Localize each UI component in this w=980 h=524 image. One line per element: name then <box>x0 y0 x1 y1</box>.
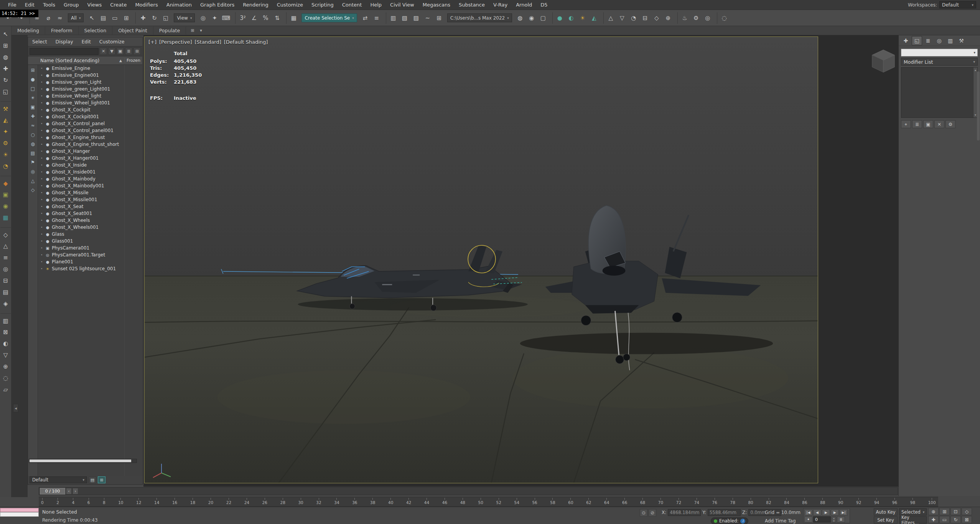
selection-region-icon[interactable]: ▭ <box>109 12 120 24</box>
render-iterative-icon[interactable]: ⚙ <box>690 12 702 24</box>
ribbon-tab[interactable]: Object Paint <box>112 26 153 35</box>
display-particles-icon[interactable]: △ <box>28 176 38 185</box>
menu-item[interactable]: Group <box>59 2 83 8</box>
use-pivot-center-icon[interactable]: ◎ <box>197 12 209 24</box>
window-crossing-icon[interactable]: ⊞ <box>120 12 132 24</box>
exposure-control-icon[interactable]: ◔ <box>628 12 639 24</box>
remove-modifier-icon[interactable]: ✕ <box>934 120 944 128</box>
frozen-column-header[interactable]: Frozen <box>125 58 142 63</box>
scene-object-row[interactable]: • ● Ghost_X_Seat001 <box>38 210 142 217</box>
edit-named-sets-icon[interactable]: ▦ <box>286 12 299 24</box>
ribbon-config-icon[interactable]: ⊞ <box>189 27 196 34</box>
modifier-list-dropdown[interactable]: Modifier List ▾ <box>901 58 978 66</box>
previous-frame-button[interactable]: ◀ <box>813 509 821 516</box>
menu-item[interactable]: Tools <box>39 2 59 8</box>
menu-item[interactable]: Help <box>366 2 386 8</box>
viewport-shading-menu[interactable]: [Default Shading] <box>224 39 268 45</box>
menu-item[interactable]: Create <box>106 2 131 8</box>
auto-key-button[interactable]: Auto Key <box>874 508 898 516</box>
menu-item[interactable]: Content <box>338 2 366 8</box>
sphere-tool-icon[interactable]: ◍ <box>0 51 11 63</box>
view-cube[interactable] <box>868 47 898 77</box>
menu-item[interactable]: Views <box>83 2 106 8</box>
scene-object-row[interactable]: • ☀ Sunset 025 lightsource_001 <box>38 265 142 272</box>
lock-explorer-icon[interactable]: ▣ <box>117 48 124 55</box>
menu-item[interactable]: Arnold <box>512 2 536 8</box>
explorer-preset-dropdown[interactable]: Default ▾ <box>30 476 87 483</box>
scene-object-row[interactable]: • ● Ghost_X_Hanger001 <box>38 155 142 162</box>
pin-stack-icon[interactable]: ⌖ <box>901 120 911 128</box>
info-icon[interactable]: i <box>740 519 745 524</box>
toggle-scene-explorer-icon[interactable]: ▥ <box>386 12 399 24</box>
rendered-frame-icon[interactable]: ▢ <box>537 12 549 24</box>
workspace-dropdown[interactable]: Default ▾ <box>939 1 976 8</box>
scene-object-row[interactable]: • ● Emissive_Wheel_light <box>38 93 142 99</box>
previous-frame-arrow[interactable]: ‹ <box>66 488 72 494</box>
display-all-icon[interactable]: ⊞ <box>28 66 38 75</box>
box-tool-icon[interactable]: ▣ <box>0 189 11 200</box>
project-folder-field[interactable]: C:\Users\b...s Max 2022 ▾ <box>447 13 512 22</box>
clock-tool-icon[interactable]: ◔ <box>0 160 11 172</box>
spinner-snap-icon[interactable]: ⇅ <box>271 12 283 24</box>
scene-object-row[interactable]: • ● Ghost_X_Seat <box>38 203 142 210</box>
maxscript-listener-macro-line[interactable] <box>0 508 39 512</box>
select-and-scale-icon[interactable]: ◱ <box>160 12 171 24</box>
menu-item[interactable]: Scripting <box>307 2 338 8</box>
parallelogram-tool-icon[interactable]: ▱ <box>0 384 11 395</box>
keyboard-override-icon[interactable]: ⌨ <box>220 12 232 24</box>
display-frozen-icon[interactable]: ◇ <box>28 185 38 195</box>
vray-sphere-icon[interactable]: ● <box>552 12 565 24</box>
horizontal-scrollbar[interactable] <box>29 459 137 463</box>
timeline-ruler[interactable]: 0 2 4 6 8 10 <box>39 497 938 507</box>
select-and-rotate-icon[interactable]: ↻ <box>148 12 160 24</box>
prism-tool-icon[interactable]: ◭ <box>0 114 11 126</box>
menu-item[interactable]: Megascans <box>418 2 455 8</box>
menu-item[interactable]: Rendering <box>239 2 272 8</box>
scene-object-row[interactable]: • ▣ PhysCamera001 <box>38 245 142 251</box>
viewport-renderer-menu[interactable]: [Standard] <box>194 39 221 45</box>
configure-modifier-sets-icon[interactable]: ⚙ <box>945 120 955 128</box>
vray-dome-icon[interactable]: ◐ <box>565 12 577 24</box>
circle-tool-icon[interactable]: ◎ <box>0 263 11 275</box>
gear-tool-icon[interactable]: ⚙ <box>0 137 11 149</box>
scene-object-row[interactable]: • ● Glass001 <box>38 238 142 245</box>
fov-icon[interactable]: ◇ <box>962 508 972 515</box>
ribbon-tab[interactable]: Modeling <box>12 26 45 35</box>
menu-item[interactable]: V-Ray <box>489 2 512 8</box>
render-setup-icon[interactable]: ◉ <box>526 12 537 24</box>
time-slider[interactable]: 0 / 100 ‹ › <box>39 487 898 495</box>
named-selection-sets-dropdown[interactable]: Create Selection Se ▾ <box>301 13 357 22</box>
maximize-viewport-icon[interactable]: ⊠ <box>962 516 972 523</box>
explorer-menu-item[interactable]: Select <box>28 39 51 45</box>
menu-item[interactable]: Customize <box>273 2 307 8</box>
display-bones-icon[interactable]: ⚑ <box>28 158 38 167</box>
angle-snap-icon[interactable]: ∠ <box>248 12 260 24</box>
time-configuration-button[interactable]: ≣ <box>837 516 845 522</box>
scene-object-row[interactable]: • ● Emissive_green_Light001 <box>38 86 142 93</box>
scene-object-row[interactable]: • ● Ghost_X_Wheels001 <box>38 224 142 231</box>
select-and-manipulate-icon[interactable]: ✦ <box>209 12 220 24</box>
menu-item[interactable]: Graph Editors <box>196 2 239 8</box>
scene-object-row[interactable]: • ● Emissive_Wheel_light001 <box>38 99 142 106</box>
display-spacewarps-icon[interactable]: ≈ <box>28 121 38 130</box>
selection-lock-icon[interactable]: ⊘ <box>649 509 656 517</box>
clear-search-icon[interactable]: ✕ <box>100 48 107 55</box>
column-options-icon[interactable]: ≣ <box>125 48 132 55</box>
scene-object-row[interactable]: • ● Glass <box>38 231 142 238</box>
zoom-extents-icon[interactable]: ⊡ <box>950 508 961 515</box>
display-containers-icon[interactable]: ◎ <box>28 167 38 176</box>
activeshade-icon[interactable]: ◎ <box>702 12 713 24</box>
viewport-pov-menu[interactable]: [Perspective] <box>159 39 192 45</box>
scene-object-row[interactable]: • ● Ghost_X_Missile001 <box>38 196 142 203</box>
scroll-down-icon[interactable]: ▾ <box>975 113 976 117</box>
light-tool-icon[interactable]: ☀ <box>0 149 11 160</box>
scene-object-row[interactable]: • ● Ghost_X_Control_panel <box>38 120 142 127</box>
mirror-icon[interactable]: ⇄ <box>359 12 371 24</box>
state-sets-icon[interactable]: △ <box>603 12 616 24</box>
rows-tool-icon[interactable]: ▤ <box>0 286 11 298</box>
modifier-stack[interactable]: ▴ ▾ <box>901 67 978 118</box>
y-coordinate-field[interactable]: 5588.46mm <box>708 509 741 516</box>
zoom-all-icon[interactable]: ⊞ <box>939 508 950 515</box>
scene-object-row[interactable]: • ● Ghost_X_Inside001 <box>38 169 142 175</box>
toggle-layer-explorer-icon[interactable]: ▧ <box>399 12 410 24</box>
